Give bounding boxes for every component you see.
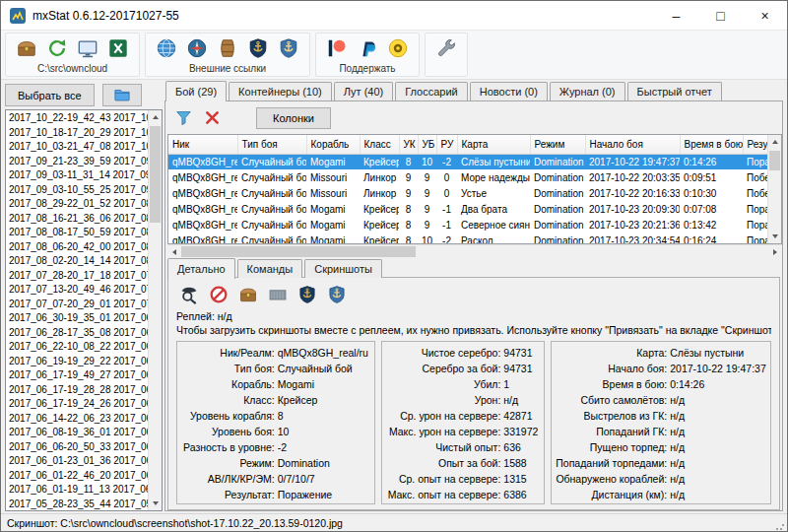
scroll-thumb[interactable] [181, 246, 416, 257]
scroll-down-button[interactable] [149, 497, 162, 510]
close-button[interactable]: × [743, 1, 787, 30]
main-tab-6[interactable]: Быстрый отчет [627, 82, 722, 100]
column-header-10[interactable]: Время в бою [680, 135, 743, 154]
refresh-icon[interactable] [43, 34, 71, 62]
column-header-1[interactable]: Тип боя [237, 135, 306, 154]
list-item[interactable]: 2017_08_02-20_14_14 2017_08 [9, 254, 148, 269]
battle-row[interactable]: qMBQx8GH_realСлучайный бойMogamiКрейсер8… [168, 217, 767, 233]
chest-icon[interactable] [235, 282, 261, 307]
yandex-money-icon[interactable] [384, 34, 412, 62]
clear-filter-icon[interactable] [200, 105, 225, 130]
scroll-track[interactable] [768, 149, 781, 230]
list-item[interactable]: 2017_06_01-22_46_20 2017_06 [9, 469, 148, 484]
main-tab-2[interactable]: Лут (40) [334, 82, 394, 100]
column-header-5[interactable]: УБ [418, 135, 436, 154]
paypal-icon[interactable] [354, 34, 381, 62]
globe-icon[interactable] [153, 34, 180, 62]
scroll-track[interactable] [181, 245, 768, 258]
wows-shield-light-icon[interactable] [324, 282, 350, 307]
column-header-3[interactable]: Класс [360, 135, 399, 154]
titlebar[interactable]: mxStat 0.6.12-20171027-55 – □ × [1, 1, 787, 31]
list-item[interactable]: 2017_08_08-17_50_59 2017_08 [9, 226, 148, 240]
scroll-down-button[interactable] [768, 230, 781, 243]
list-item[interactable]: 2017_06_28-17_35_08 2017_06 [9, 326, 148, 341]
table-hscrollbar[interactable] [167, 244, 782, 258]
list-item[interactable]: 2017_06_17-19_24_26 2017_06 [9, 397, 148, 412]
minimize-button[interactable]: – [654, 1, 698, 30]
scroll-track[interactable] [149, 124, 162, 497]
replay-na-icon[interactable] [206, 282, 231, 307]
main-tab-1[interactable]: Контейнеры (10) [229, 82, 332, 100]
list-item[interactable]: 2017_06_17-19_49_27 2017_06 [9, 368, 148, 383]
detective-icon[interactable] [176, 282, 202, 307]
screenshot-icon[interactable] [74, 34, 101, 62]
main-tab-4[interactable]: Новости (0) [470, 82, 548, 100]
detail-tab-1[interactable]: Команды [237, 259, 303, 278]
column-header-9[interactable]: Начало боя [585, 135, 680, 154]
detail-tab-0[interactable]: Детально [167, 258, 235, 279]
list-item[interactable]: 2017_06_08-19_36_01 2017_06 [9, 426, 148, 440]
list-item[interactable]: 2017_07_07-20_29_01 2017_07 [9, 298, 148, 312]
list-item[interactable]: 2017_07_13-20_49_46 2017_07 [9, 283, 148, 298]
list-item[interactable]: 2017_06_22-10_08_22 2017_06 [9, 340, 148, 355]
wows-shield-light-icon[interactable] [275, 34, 302, 62]
column-header-8[interactable]: Режим [530, 135, 585, 154]
scroll-up-button[interactable] [149, 110, 162, 124]
list-item[interactable]: 2017_06_01-23_01_36 2017_06 [9, 454, 148, 469]
scroll-up-button[interactable] [768, 135, 781, 149]
list-item[interactable]: 2017_09_21-23_39_59 2017_09 [9, 155, 148, 169]
column-header-2[interactable]: Корабль [306, 135, 360, 154]
list-item[interactable]: 2017_08_06-20_42_00 2017_08 [9, 240, 148, 255]
scroll-thumb[interactable] [150, 126, 161, 223]
replay-list-scrollbar[interactable] [148, 110, 162, 510]
wrench-icon[interactable] [432, 34, 460, 62]
battle-row[interactable]: qMBQx8GH_realСлучайный бойMogamiКрейсер8… [168, 233, 767, 243]
list-item[interactable]: 2017_07_28-20_17_18 2017_07 [9, 269, 148, 284]
list-item[interactable]: 2017_06_17-19_28_28 2017_06 [9, 383, 148, 398]
main-tab-3[interactable]: Глоссарий [395, 82, 468, 100]
scroll-thumb[interactable] [769, 151, 780, 170]
scroll-right-button[interactable] [768, 245, 782, 258]
compass-icon[interactable] [183, 34, 211, 62]
resize-grip[interactable] [775, 521, 785, 531]
open-folder-button[interactable] [102, 84, 142, 106]
table-vscrollbar[interactable] [767, 135, 781, 243]
main-tab-0[interactable]: Бой (29) [165, 81, 227, 101]
barrel-icon[interactable] [214, 34, 241, 62]
list-item[interactable]: 2017_10_18-17_20_29 2017_10 [9, 126, 148, 141]
list-item[interactable]: 2017_09_03-11_31_14 2017_09 [9, 168, 148, 183]
list-item[interactable]: 2017_06_01-19_11_13 2017_06 [9, 483, 148, 498]
list-item[interactable]: 2017_06_14-22_06_23 2017_06 [9, 412, 148, 427]
scroll-left-button[interactable] [167, 245, 181, 258]
list-item[interactable]: 2017_05_28-23_35_44 2017_05 [9, 498, 148, 511]
wows-shield-dark-icon[interactable] [295, 282, 320, 307]
list-item[interactable]: 2017_10_03-21_47_08 2017_10 [9, 140, 148, 155]
column-header-4[interactable]: УК [399, 135, 418, 154]
chest-icon[interactable] [13, 34, 40, 62]
column-header-11[interactable]: Результат [743, 135, 767, 154]
excel-icon[interactable] [104, 34, 132, 62]
battle-row[interactable]: qMBQx8GH_realСлучайный бойMissouriЛинкор… [168, 185, 767, 201]
container-icon[interactable] [265, 282, 291, 307]
battle-row[interactable]: qMBQx8GH_realСлучайный бойMogamiКрейсер8… [168, 201, 767, 217]
list-item[interactable]: 2017_06_19-19_29_22 2017_06 [9, 355, 148, 369]
list-item[interactable]: 2017_10_22-19_42_43 2017_10 [9, 111, 148, 126]
column-header-0[interactable]: Ник [168, 135, 237, 154]
list-item[interactable]: 2017_08_29-22_01_52 2017_08 [9, 197, 148, 212]
columns-button[interactable]: Колонки [256, 107, 331, 129]
detail-tab-2[interactable]: Скриншоты [304, 259, 382, 278]
select-all-button[interactable]: Выбрать все [5, 84, 95, 106]
wows-shield-dark-icon[interactable] [244, 34, 272, 62]
list-item[interactable]: 2017_06_30-19_35_01 2017_06 [9, 311, 148, 326]
column-header-6[interactable]: РУ [436, 135, 457, 154]
battle-row[interactable]: qMBQx8GH_realСлучайный бойMogamiКрейсер8… [168, 154, 767, 169]
funnel-icon[interactable] [171, 105, 196, 130]
maximize-button[interactable]: □ [698, 1, 743, 30]
column-header-7[interactable]: Карта [457, 135, 530, 154]
battle-row[interactable]: qMBQx8GH_realСлучайный бойMissouriЛинкор… [168, 169, 767, 185]
main-tab-5[interactable]: Журнал (0) [550, 82, 625, 100]
patreon-icon[interactable] [323, 34, 351, 62]
list-item[interactable]: 2017_06_06-20_50_33 2017_06 [9, 440, 148, 455]
list-item[interactable]: 2017_08_16-21_36_06 2017_08 [9, 212, 148, 227]
list-item[interactable]: 2017_09_03-10_55_25 2017_09 [9, 183, 148, 198]
